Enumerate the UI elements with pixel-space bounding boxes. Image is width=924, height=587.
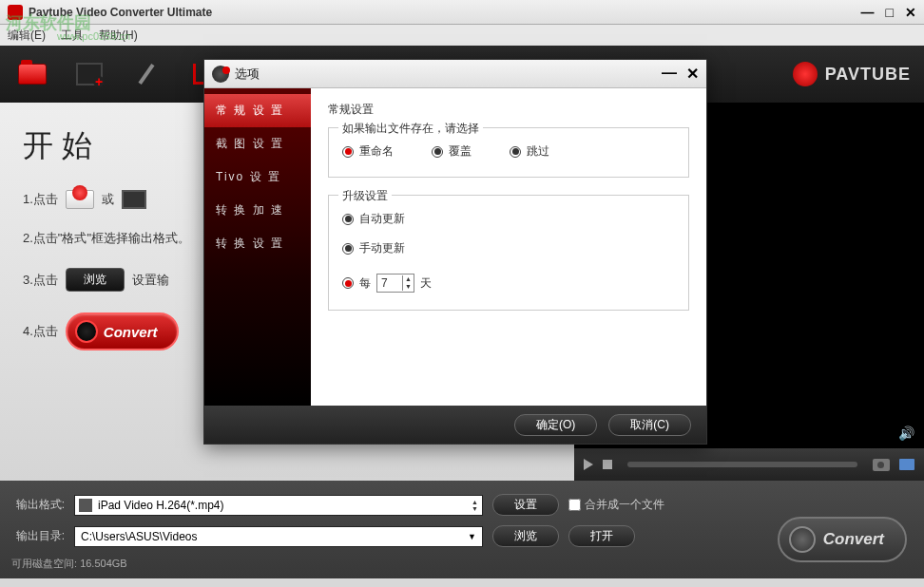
dir-dropdown-icon[interactable]: ▼ <box>468 532 476 541</box>
radio-dot-icon <box>342 214 354 225</box>
dialog-footer: 确定(O) 取消(C) <box>204 406 706 444</box>
browse-button[interactable]: 浏览 <box>492 525 559 547</box>
step1-folder-icon[interactable] <box>66 190 94 209</box>
brand-logo-icon <box>793 62 818 86</box>
maximize-button[interactable]: □ <box>886 5 894 20</box>
step4-convert-label: Convert <box>104 324 158 340</box>
add-video-button[interactable] <box>70 57 108 91</box>
brand-text: PAVTUBE <box>825 65 911 85</box>
tab-tivo[interactable]: Tivo 设 置 <box>204 161 311 194</box>
radio-rename[interactable]: 重命名 <box>342 143 394 160</box>
merge-checkbox[interactable] <box>568 499 581 511</box>
convert-big-icon <box>789 526 816 553</box>
format-combo[interactable]: iPad Video H.264(*.mp4) ▲▼ <box>74 495 483 516</box>
volume-icon[interactable]: 🔊 <box>898 426 914 441</box>
convert-big-label: Convert <box>823 530 884 549</box>
disk-value: 16.504GB <box>80 558 127 569</box>
convert-icon <box>75 320 98 343</box>
days-row: 每 7 ▲▼ 天 <box>342 274 675 293</box>
edit-button[interactable] <box>127 57 165 91</box>
tab-general[interactable]: 常 规 设 置 <box>204 94 311 127</box>
snapshot-folder-button[interactable] <box>899 459 914 470</box>
step3-suffix: 设置输 <box>132 272 169 289</box>
play-button[interactable] <box>584 459 593 470</box>
app-icon <box>8 5 23 20</box>
tab-accel[interactable]: 转 换 加 速 <box>204 194 311 227</box>
menu-help[interactable]: 帮助(H) <box>99 28 138 44</box>
cancel-button[interactable]: 取消(C) <box>608 414 691 436</box>
player-controls <box>574 448 924 481</box>
brand: PAVTUBE <box>793 62 911 86</box>
days-unit: 天 <box>420 275 432 292</box>
merge-label: 合并成一个文件 <box>585 497 664 513</box>
radio-dot-icon <box>510 146 521 158</box>
step1-or: 或 <box>102 191 114 208</box>
format-icon <box>79 499 92 512</box>
dir-label: 输出目录: <box>11 528 65 544</box>
step3-browse-button[interactable]: 浏览 <box>66 268 125 292</box>
dialog-close-button[interactable]: ✕ <box>686 65 699 83</box>
radio-rename-label: 重命名 <box>359 143 394 160</box>
radio-dot-icon <box>432 146 443 158</box>
disk-info: 可用磁盘空间: 16.504GB <box>11 557 913 571</box>
open-button[interactable]: 打开 <box>568 525 635 547</box>
fs2-legend: 升级设置 <box>338 188 392 204</box>
dir-value: C:\Users\ASUS\Videos <box>81 530 198 543</box>
step2-text: 2.点击"格式"框选择输出格式。 <box>23 230 190 247</box>
radio-skip-label: 跳过 <box>527 143 549 160</box>
titlebar: Pavtube Video Converter Ultimate — □ ✕ <box>0 0 924 25</box>
radio-overwrite-label: 覆盖 <box>449 143 472 160</box>
days-input[interactable]: 7 ▲▼ <box>376 274 414 293</box>
content-title: 常规设置 <box>328 102 689 118</box>
step4-convert-button[interactable]: Convert <box>66 312 179 350</box>
dialog-content: 常规设置 如果输出文件存在，请选择 重命名 覆盖 跳过 升级设置 自动更新 手动… <box>311 88 706 406</box>
snapshot-button[interactable] <box>873 459 890 471</box>
menubar: 河东软件园 www.pc0359.cn 编辑(E) 工具 帮助(H) <box>0 25 924 46</box>
radio-manual-label: 手动更新 <box>359 240 405 256</box>
fieldset-upgrade: 升级设置 自动更新 手动更新 每 7 ▲▼ 天 <box>328 195 689 311</box>
format-value: iPad Video H.264(*.mp4) <box>98 499 472 512</box>
dialog-sidebar: 常 规 设 置 截 图 设 置 Tivo 设 置 转 换 加 速 转 换 设 置 <box>204 88 311 406</box>
options-dialog: 选项 — ✕ 常 规 设 置 截 图 设 置 Tivo 设 置 转 换 加 速 … <box>203 59 707 445</box>
ok-button[interactable]: 确定(O) <box>514 414 597 436</box>
step4-prefix: 4.点击 <box>23 323 58 340</box>
radio-manual-update[interactable]: 手动更新 <box>342 240 675 256</box>
disk-prefix: 可用磁盘空间: <box>11 558 77 569</box>
every-label: 每 <box>359 275 371 292</box>
folder-icon <box>18 64 47 85</box>
menu-edit[interactable]: 编辑(E) <box>8 28 46 44</box>
radio-overwrite[interactable]: 覆盖 <box>432 143 472 160</box>
radio-auto-update[interactable]: 自动更新 <box>342 211 675 227</box>
output-dir-input[interactable]: C:\Users\ASUS\Videos ▼ <box>74 526 483 547</box>
dialog-minimize-button[interactable]: — <box>662 65 677 83</box>
dialog-icon <box>212 66 229 83</box>
close-button[interactable]: ✕ <box>905 5 916 20</box>
merge-checkbox-wrap[interactable]: 合并成一个文件 <box>568 497 664 513</box>
radio-skip[interactable]: 跳过 <box>510 143 549 160</box>
tab-convert[interactable]: 转 换 设 置 <box>204 227 311 260</box>
days-spinner[interactable]: ▲▼ <box>402 275 414 291</box>
menu-tools[interactable]: 工具 <box>61 28 84 44</box>
progress-bar[interactable] <box>627 462 857 467</box>
step1-prefix: 1.点击 <box>23 191 58 208</box>
fieldset-exists: 如果输出文件存在，请选择 重命名 覆盖 跳过 <box>328 127 689 178</box>
dialog-body: 常 规 设 置 截 图 设 置 Tivo 设 置 转 换 加 速 转 换 设 置… <box>204 88 706 406</box>
settings-button[interactable]: 设置 <box>492 494 559 516</box>
app-title: Pavtube Video Converter Ultimate <box>29 6 861 19</box>
radio-dot-icon <box>342 243 354 255</box>
tab-screenshot[interactable]: 截 图 设 置 <box>204 127 311 161</box>
dialog-titlebar: 选项 — ✕ <box>204 60 706 88</box>
days-value: 7 <box>377 276 402 290</box>
dialog-title: 选项 <box>235 66 662 83</box>
format-label: 输出格式: <box>11 497 65 513</box>
format-spinner[interactable]: ▲▼ <box>472 499 478 512</box>
step1-film-icon[interactable] <box>122 190 146 209</box>
stop-button[interactable] <box>603 460 612 469</box>
bottom-panel: 输出格式: iPad Video H.264(*.mp4) ▲▼ 设置 合并成一… <box>0 481 924 578</box>
radio-dot-icon <box>342 146 354 158</box>
fs1-legend: 如果输出文件存在，请选择 <box>338 121 483 137</box>
minimize-button[interactable]: — <box>861 5 875 20</box>
convert-button[interactable]: Convert <box>778 517 907 562</box>
radio-every-icon[interactable] <box>342 277 354 289</box>
open-folder-button[interactable] <box>13 57 51 91</box>
